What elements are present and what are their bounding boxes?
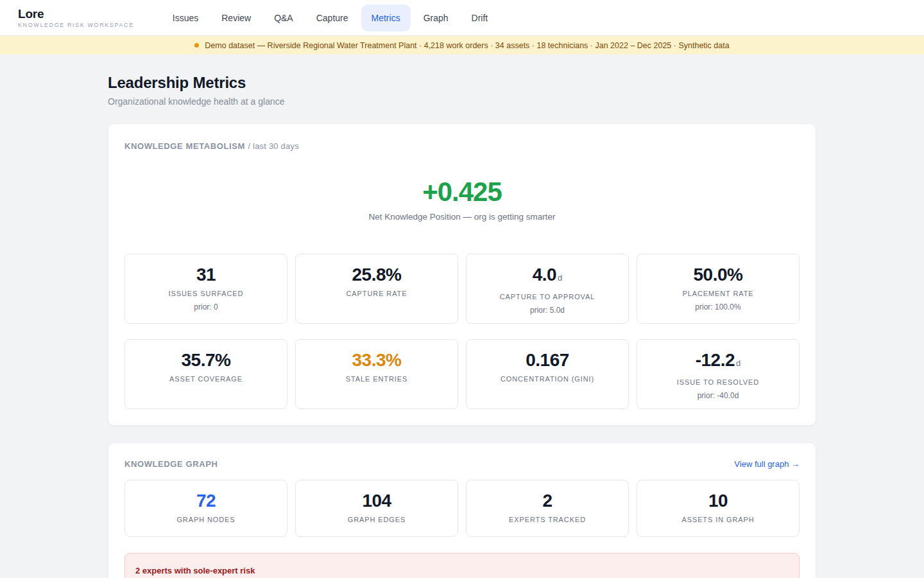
metric-label: EXPERTS TRACKED	[466, 516, 628, 523]
metric-label: GRAPH EDGES	[296, 516, 458, 523]
app-header: Lore KNOWLEDGE RISK WORKSPACE Issues Rev…	[0, 0, 924, 36]
metric-tile-assets-in-graph: 10 ASSETS IN GRAPH	[637, 480, 800, 537]
net-knowledge-position-value: +0.425	[124, 178, 800, 206]
metric-value: 2	[466, 491, 628, 511]
metric-tile-issue-to-resolved: -12.2d ISSUE TO RESOLVED prior: -40.0d	[637, 339, 800, 409]
metabolism-section-timeframe: / last 30 days	[248, 141, 298, 151]
metric-tile-asset-coverage: 35.7% ASSET COVERAGE	[124, 339, 287, 409]
page-title: Leadership Metrics	[108, 74, 816, 92]
app-logo: Lore KNOWLEDGE RISK WORKSPACE	[18, 7, 134, 28]
metric-value: 104	[296, 491, 458, 511]
metric-unit: d	[558, 273, 562, 283]
metric-value: 0.167	[466, 350, 628, 371]
knowledge-metabolism-card: KNOWLEDGE METABOLISM / last 30 days +0.4…	[108, 123, 816, 426]
metric-prior: prior: 0	[125, 302, 287, 311]
metric-label: ISSUES SURFACED	[125, 290, 287, 297]
metric-prior: prior: 100.0%	[637, 302, 799, 311]
metric-value: 31	[125, 265, 287, 285]
sole-expert-risk-alert-title: 2 experts with sole-expert risk	[135, 566, 789, 575]
metric-value: 25.8%	[296, 265, 458, 285]
graph-section-title: KNOWLEDGE GRAPH	[124, 459, 218, 469]
metric-tile-stale-entries: 33.3% STALE ENTRIES	[295, 339, 458, 409]
metric-label: GRAPH NODES	[125, 516, 287, 523]
knowledge-graph-card: KNOWLEDGE GRAPH View full graph → 72 GRA…	[108, 442, 816, 578]
view-full-graph-link[interactable]: View full graph →	[734, 459, 800, 469]
metric-tile-capture-rate: 25.8% CAPTURE RATE	[295, 254, 458, 324]
metric-value: 35.7%	[125, 350, 287, 371]
metabolism-section-title: KNOWLEDGE METABOLISM	[124, 141, 245, 151]
metabolism-tile-grid: 31 ISSUES SURFACED prior: 0 25.8% CAPTUR…	[124, 254, 800, 409]
metric-tile-graph-nodes: 72 GRAPH NODES	[124, 480, 287, 537]
leadership-metrics-page: Leadership Metrics Organizational knowle…	[108, 74, 816, 578]
metric-prior: prior: -40.0d	[637, 391, 799, 400]
demo-dataset-text: Demo dataset — Riverside Regional Water …	[205, 41, 729, 50]
metric-tile-placement-rate: 50.0% PLACEMENT RATE prior: 100.0%	[637, 254, 800, 324]
nav-item-drift[interactable]: Drift	[461, 4, 499, 31]
metabolism-section-header: KNOWLEDGE METABOLISM / last 30 days	[124, 140, 299, 152]
app-logo-subtitle: KNOWLEDGE RISK WORKSPACE	[18, 22, 134, 28]
sole-expert-risk-alert: 2 experts with sole-expert risk	[124, 553, 800, 578]
metric-value: 10	[637, 491, 799, 511]
app-logo-title: Lore	[18, 7, 134, 21]
metric-value: 50.0%	[637, 265, 799, 285]
net-knowledge-position: +0.425 Net Knowledge Position — org is g…	[124, 178, 800, 222]
metric-label: ISSUE TO RESOLVED	[637, 378, 799, 386]
metric-tile-experts-tracked: 2 EXPERTS TRACKED	[466, 480, 629, 537]
metric-prior: prior: 5.0d	[466, 306, 628, 315]
net-knowledge-position-caption: Net Knowledge Position — org is getting …	[124, 212, 800, 222]
page-subtitle: Organizational knowledge health at a gla…	[108, 96, 816, 107]
nav-item-review[interactable]: Review	[211, 4, 261, 31]
nav-item-issues[interactable]: Issues	[162, 4, 209, 31]
metric-label: CAPTURE TO APPROVAL	[466, 293, 628, 301]
metric-tile-issues-surfaced: 31 ISSUES SURFACED prior: 0	[124, 254, 287, 324]
metric-label: ASSETS IN GRAPH	[637, 516, 799, 523]
metric-tile-graph-edges: 104 GRAPH EDGES	[295, 480, 458, 537]
metric-label: ASSET COVERAGE	[125, 375, 287, 383]
metric-unit: d	[736, 358, 740, 368]
metric-label: CONCENTRATION (GINI)	[466, 375, 628, 383]
metric-tile-concentration-gini: 0.167 CONCENTRATION (GINI)	[466, 339, 629, 409]
graph-tile-grid: 72 GRAPH NODES 104 GRAPH EDGES 2 EXPERTS…	[124, 480, 800, 537]
nav-item-metrics[interactable]: Metrics	[361, 4, 411, 31]
metric-value: 33.3%	[296, 350, 458, 371]
nav-item-capture[interactable]: Capture	[306, 4, 359, 31]
metric-tile-capture-to-approval: 4.0d CAPTURE TO APPROVAL prior: 5.0d	[466, 254, 629, 324]
metric-value: 4.0d	[466, 265, 628, 288]
metric-value: 72	[125, 491, 287, 511]
demo-dataset-banner: Demo dataset — Riverside Regional Water …	[0, 36, 924, 55]
nav-item-qa[interactable]: Q&A	[264, 4, 304, 31]
banner-dot-icon	[194, 43, 199, 48]
metric-label: STALE ENTRIES	[296, 375, 458, 383]
main-nav: Issues Review Q&A Capture Metrics Graph …	[162, 0, 498, 35]
metric-label: CAPTURE RATE	[296, 290, 458, 297]
metric-label: PLACEMENT RATE	[637, 290, 799, 297]
nav-item-graph[interactable]: Graph	[413, 4, 459, 31]
metric-value: -12.2d	[637, 350, 799, 374]
